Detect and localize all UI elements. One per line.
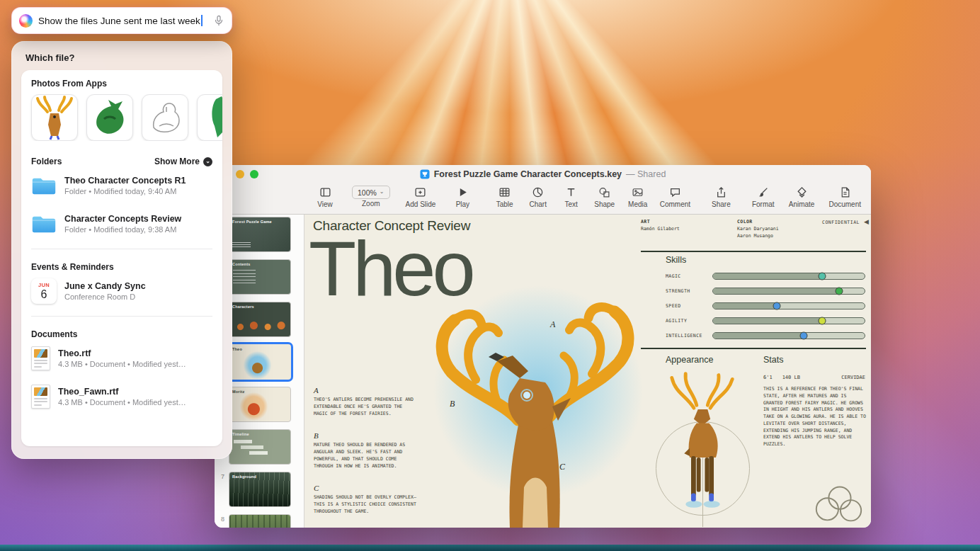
microphone-icon[interactable] <box>213 15 224 26</box>
skill-slider[interactable] <box>712 302 865 309</box>
toolbar-label: Add Slide <box>406 200 436 208</box>
skill-slider[interactable] <box>712 288 865 295</box>
folder-meta: Folder • Modified today, 9:38 AM <box>64 225 181 234</box>
folder-result-row[interactable]: Character Concepts ReviewFolder • Modifi… <box>21 205 222 243</box>
skill-slider[interactable] <box>712 273 865 280</box>
toolbar-view-button[interactable]: View <box>314 185 336 208</box>
search-query-text: Show the files June sent me last week <box>38 16 200 26</box>
slide-thumb-label: Background <box>232 475 256 479</box>
note-a: ATHEO'S ANTLERS BECOME PREHENSILE AND EX… <box>314 386 418 417</box>
appearance-header: Appearance <box>666 355 713 365</box>
toolbar-label: Media <box>628 200 647 208</box>
wallpaper-horizon <box>0 545 980 551</box>
share-icon <box>715 185 727 200</box>
document-result-row[interactable]: Theo.rtf4.3 MB • Document • Modified yes… <box>21 339 222 377</box>
toolbar-table-button[interactable]: Table <box>494 185 516 208</box>
toolbar-share-button[interactable]: Share <box>710 185 732 208</box>
toolbar-format-button[interactable]: Format <box>752 185 775 208</box>
confidential-label: CONFIDENTIAL <box>822 220 860 225</box>
slide-thumb-preview: Characters <box>229 302 291 337</box>
thumb-artwork <box>232 242 251 248</box>
toolbar-label: Share <box>712 200 731 208</box>
event-name: June x Candy Sync <box>64 281 146 291</box>
note-key: C <box>314 484 418 492</box>
fullscreen-button[interactable] <box>250 170 258 178</box>
stat-family: CERVIDAE <box>841 375 865 380</box>
skill-intelligence: INTELLIGENCE <box>666 328 865 343</box>
skill-knob[interactable] <box>800 331 808 339</box>
search-input[interactable]: Show the files June sent me last week <box>38 15 207 26</box>
photo-creature-sketch[interactable] <box>142 94 188 141</box>
stats-description: THIS IS A REFERENCE FOR THEO'S FINAL STA… <box>763 386 867 448</box>
skill-slider[interactable] <box>712 317 865 324</box>
toolbar-comment-button[interactable]: Comment <box>660 185 690 208</box>
slide-thumbnail-background[interactable]: 7Background <box>215 472 304 507</box>
zoom-level-dropdown[interactable]: 100%⌄ <box>352 186 390 199</box>
toolbar-label: Comment <box>660 200 690 208</box>
slide-thumb-preview <box>229 514 291 528</box>
toolbar-add-slide-button[interactable]: Add Slide <box>406 185 436 208</box>
chart-icon <box>532 185 544 200</box>
annotation-notes: ATHEO'S ANTLERS BECOME PREHENSILE AND EX… <box>314 386 418 516</box>
credit-name: Ramón Gilabert <box>641 225 724 232</box>
stat-height: 6'1 <box>763 375 773 380</box>
event-result-row[interactable]: JUN6June x Candy SyncConference Room D <box>21 272 222 310</box>
skill-fill <box>713 333 804 339</box>
document-meta: 4.3 MB • Document • Modified yest… <box>58 360 186 368</box>
photo-deer-character[interactable] <box>31 94 78 141</box>
toolbar-zoom-button[interactable]: 100%⌄Zoom <box>352 185 390 208</box>
toolbar-group: FormatAnimateDocument <box>752 185 861 208</box>
toolbar-animate-button[interactable]: Animate <box>789 185 815 208</box>
calendar-day: 6 <box>41 289 47 300</box>
credit-name: Aaron Musango <box>737 232 821 239</box>
character-headline: Theo <box>309 232 472 306</box>
toolbar-label: Chart <box>529 200 546 208</box>
show-more-label: Show More <box>154 157 200 166</box>
skills-header: Skills <box>666 255 686 265</box>
stats-row: 6'1 140 LB CERVIDAE <box>763 375 865 380</box>
toolbar-play-button[interactable]: Play <box>451 185 474 208</box>
slide-thumbnail-8[interactable]: 8 <box>215 514 304 528</box>
keynote-titlebar[interactable]: Forest Puzzle Game Character Concepts.ke… <box>215 165 871 183</box>
apple-intelligence-icon <box>19 14 33 28</box>
skill-slider[interactable] <box>712 332 865 339</box>
panel-collapse-icon[interactable]: ◀ <box>864 218 869 225</box>
skill-knob[interactable] <box>819 272 826 280</box>
slide-canvas[interactable]: Character Concept Review ARTRamón Gilabe… <box>304 215 871 528</box>
results-heading: Which file? <box>21 51 222 70</box>
document-result-row[interactable]: Theo_Fawn.rtf4.3 MB • Document • Modifie… <box>21 377 222 416</box>
folder-icon <box>31 214 57 234</box>
photos-row <box>21 94 222 141</box>
show-more-button[interactable]: Show More ⌄ <box>154 157 212 166</box>
credit-color: COLORKaran DaryananiAaron Musango <box>737 218 821 239</box>
folder-icon <box>31 176 57 196</box>
slide-thumb-label: Contents <box>232 262 250 266</box>
divider <box>641 251 866 252</box>
documents-list: Theo.rtf4.3 MB • Document • Modified yes… <box>21 339 222 416</box>
folder-result-row[interactable]: Theo Character Concepts R1Folder • Modif… <box>21 166 222 205</box>
slide-thumb-preview: Theo <box>229 344 291 380</box>
toolbar-media-button[interactable]: Media <box>627 185 649 208</box>
skill-speed: SPEED <box>666 298 865 313</box>
spotlight-search-bar[interactable]: Show the files June sent me last week <box>11 7 232 34</box>
photo-green-character[interactable] <box>197 94 222 141</box>
deer-illustration <box>411 275 694 528</box>
skill-name: INTELLIGENCE <box>666 333 712 339</box>
toolbar-shape-button[interactable]: Shape <box>593 185 616 208</box>
toolbar-document-button[interactable]: Document <box>828 185 861 208</box>
note-c: CSHADING SHOULD NOT BE OVERLY COMPLEX—TH… <box>314 484 418 515</box>
note-b: BMATURE THEO SHOULD BE RENDERED AS ANGUL… <box>314 431 418 470</box>
chevron-down-circle-icon: ⌄ <box>203 157 212 166</box>
toolbar-chart-button[interactable]: Chart <box>527 185 549 208</box>
thumb-artwork <box>229 515 290 528</box>
toolbar-text-button[interactable]: Text <box>560 185 583 208</box>
skill-knob[interactable] <box>819 317 826 324</box>
toolbar-label: Document <box>828 200 861 208</box>
skill-knob[interactable] <box>835 287 843 295</box>
minimize-button[interactable] <box>236 170 244 178</box>
document-icon <box>839 185 851 200</box>
skill-knob[interactable] <box>773 302 780 309</box>
photo-green-creature[interactable] <box>86 94 133 141</box>
toolbar-label: Play <box>456 200 469 208</box>
shared-status: — Shared <box>626 169 666 179</box>
